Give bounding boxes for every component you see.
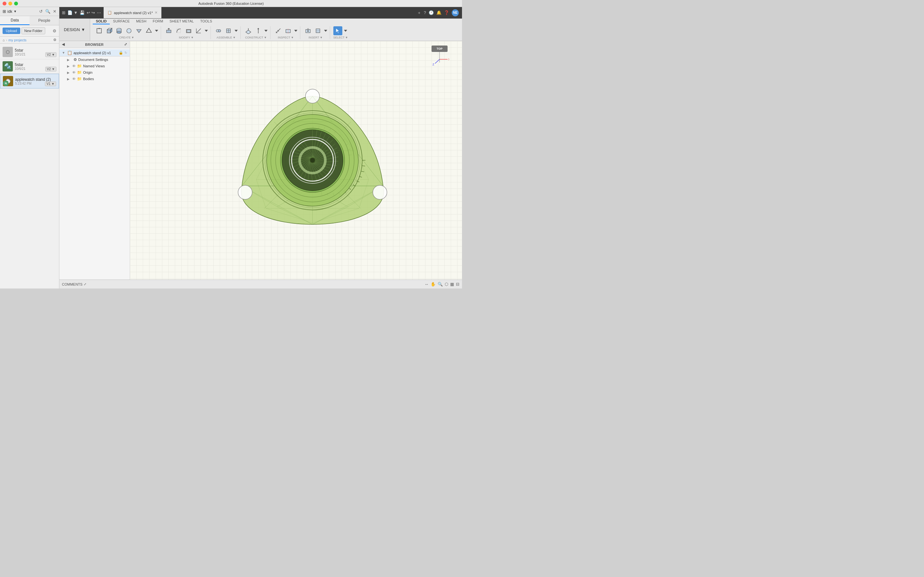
modify-dropdown-icon[interactable] [204,26,208,35]
add-tab-icon[interactable]: ＋ [417,10,421,16]
svg-point-123 [310,158,315,163]
svg-rect-40 [286,29,290,33]
insert-svg-icon[interactable] [304,26,312,35]
comments-text: COMMENTS [62,282,82,286]
help-icon[interactable]: ? [424,10,426,15]
viewport[interactable]: TOP X Z [130,41,462,279]
modify-scale-icon[interactable] [194,26,203,35]
refresh-icon[interactable]: ↺ [39,9,43,14]
list-item[interactable]: 🔩 5star 10/6/21 V2 ▼ [0,59,59,74]
version-badge[interactable]: V1 ▼ [45,81,56,86]
tab-mesh[interactable]: MESH [133,19,150,24]
assemble-component-icon[interactable] [224,26,233,35]
doc-sync-icon: ↻ [124,51,127,55]
grid-view-icon[interactable]: ⊞ [62,10,65,15]
browser-item-document-settings[interactable]: ▶ ⚙ Document Settings [59,56,129,63]
construct-plane-icon[interactable] [244,26,253,35]
svg-text:Z: Z [433,63,435,66]
close-panel-icon[interactable]: ✕ [53,9,57,14]
undo-icon[interactable]: ↩ ↪ [87,10,95,15]
insert-decal-icon[interactable] [313,26,322,35]
breadcrumb-project[interactable]: my projects [8,38,26,42]
inspect-dropdown-icon[interactable] [294,26,298,35]
zoom-icon[interactable]: 🔍 [438,282,443,287]
new-folder-button[interactable]: New Folder [21,27,45,34]
view-cube-icon[interactable]: ⬡ [445,282,448,287]
display-mode-icon[interactable]: ▦ [450,282,454,287]
window-controls[interactable] [3,2,18,5]
create-box-icon[interactable] [105,26,113,35]
question-icon[interactable]: ❓ [444,10,449,15]
create-extrude-icon[interactable] [95,26,103,35]
create-dropdown-icon[interactable] [154,26,159,35]
browser-item-named-views[interactable]: ▶ 👁 📁 Named Views [59,63,129,69]
tab-data[interactable]: Data [0,16,29,25]
list-item[interactable]: ⌚ applewatch stand (2) 5:23:42 PM N V1 ▼ [0,74,59,89]
doc-collapse-icon[interactable]: ▼ [62,51,66,55]
toolbar-tab-row: SOLID SURFACE MESH FORM SHEET METAL TOOL… [90,19,462,41]
svg-marker-48 [324,30,327,32]
modify-shell-icon[interactable] [184,26,193,35]
construct-axis-icon[interactable] [254,26,263,35]
create-sphere-icon[interactable] [124,26,134,35]
grid-icon: ⊞ [3,9,6,14]
browser-expand-icon[interactable]: ⤢ [124,42,127,47]
tab-surface[interactable]: SURFACE [110,19,133,24]
minimize-button[interactable] [8,2,12,5]
view-settings-icon[interactable]: ⊟ [456,282,459,287]
maximize-button[interactable] [14,2,18,5]
list-item[interactable]: ⬡ 5star 10/1/21 V2 ▼ [0,45,59,59]
visibility-icon[interactable]: 👁 [72,71,76,74]
design-dropdown[interactable]: DESIGN ▼ [59,19,90,41]
insert-dropdown-icon[interactable] [323,26,328,35]
modify-fillet-icon[interactable] [174,26,183,35]
browser-collapse-icon[interactable]: ◀ [62,42,65,47]
browser-document-item[interactable]: ▼ 📋 applewatch stand (2) v1 🔒 ↻ [59,49,129,56]
browser-item-bodies[interactable]: ▶ 👁 📁 Bodies [59,76,129,82]
tab-tools[interactable]: TOOLS [197,19,215,24]
comments-section[interactable]: COMMENTS ⤢ [62,282,86,286]
version-badge[interactable]: V2 ▼ [45,52,57,57]
upload-button[interactable]: Upload [3,27,20,34]
create-more-icon[interactable] [134,26,144,35]
inspect-label: INSPECT ▼ [278,36,294,39]
breadcrumb-settings-icon[interactable]: ⚙ [53,38,57,42]
tab-close-icon[interactable]: ✕ [155,11,158,15]
close-button[interactable] [3,2,6,5]
comments-expand-icon[interactable]: ⤢ [84,282,86,286]
inspect-measure-icon[interactable] [274,26,283,35]
save-icon[interactable]: 💾 [79,10,85,15]
select-dropdown-icon[interactable] [343,26,348,35]
item-label: Named Views [83,64,105,68]
create-cylinder-icon[interactable] [115,26,124,35]
bell-icon[interactable]: 🔔 [436,10,441,15]
tab-people[interactable]: People [29,16,59,25]
user-avatar[interactable]: NE [452,9,459,16]
tab-form[interactable]: FORM [150,19,166,24]
file-icon[interactable]: 📄 ▼ [67,10,78,15]
settings-icon[interactable]: ⚙ [53,29,57,33]
pan-icon[interactable]: ✋ [431,282,436,287]
item-label: Origin [83,71,92,74]
tab-solid[interactable]: SOLID [93,19,110,24]
search-icon[interactable]: 🔍 [45,9,50,14]
visibility-icon[interactable]: 👁 [72,77,76,81]
active-tab[interactable]: 📋 applewatch stand (2) v1* ✕ [103,7,162,18]
workspace-name[interactable]: ⊞ idk ▼ [3,9,17,14]
construct-dropdown-icon[interactable] [264,26,268,35]
toolbar: DESIGN ▼ SOLID SURFACE MESH FORM SHEET M… [59,19,462,41]
inspect-section-icon[interactable] [284,26,292,35]
select-tool-icon[interactable] [333,26,342,35]
create-pattern-icon[interactable] [144,26,153,35]
version-badge[interactable]: V2 ▼ [45,67,57,71]
clock-icon[interactable]: 🕐 [429,10,434,15]
navigate-icon[interactable]: ↔ [425,282,429,287]
more-icon[interactable]: ⋯ [97,10,101,15]
home-icon[interactable]: ⌂ [3,38,5,42]
assemble-dropdown-icon[interactable] [234,26,238,35]
browser-item-origin[interactable]: ▶ 👁 📁 Origin [59,69,129,76]
visibility-icon[interactable]: 👁 [72,64,76,68]
modify-press-pull-icon[interactable] [164,26,173,35]
tab-sheet-metal[interactable]: SHEET METAL [166,19,197,24]
assemble-joint-icon[interactable] [214,26,223,35]
